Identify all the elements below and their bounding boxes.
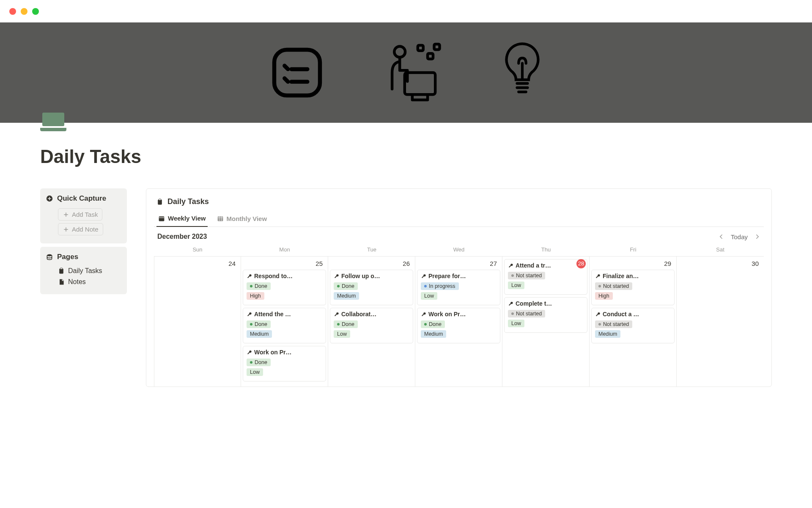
task-card[interactable]: Prepare for…In progressLow — [417, 270, 500, 305]
day-header: Fri — [590, 246, 677, 253]
wrench-icon — [595, 273, 601, 279]
add-note-label: Add Note — [72, 226, 99, 233]
status-badge: Not started — [508, 272, 545, 279]
checklist-icon — [269, 44, 326, 101]
priority-badge: Low — [421, 292, 437, 300]
calendar-cell[interactable]: 28Attend a tr…Not startedLowComplete t…N… — [502, 257, 590, 387]
day-header: Sun — [154, 246, 241, 253]
wrench-icon — [247, 273, 252, 279]
task-title: Finalize an… — [595, 273, 671, 279]
page-emoji-icon[interactable] — [40, 113, 66, 132]
status-badge: Done — [247, 320, 271, 328]
status-badge: Not started — [508, 310, 545, 318]
priority-badge: Medium — [421, 330, 446, 338]
pages-header: Pages — [46, 253, 121, 261]
status-badge: Done — [334, 320, 358, 328]
task-card[interactable]: Respond to…DoneHigh — [243, 270, 326, 305]
clipboard-icon — [156, 199, 163, 205]
calendar-cell[interactable]: 30 — [677, 257, 764, 387]
wrench-icon — [247, 312, 252, 317]
add-task-button[interactable]: Add Task — [58, 208, 102, 221]
calendar-day-headers: SunMonTueWedThuFriSat — [154, 245, 764, 256]
date-number: 26 — [330, 259, 413, 270]
svg-point-7 — [47, 254, 52, 257]
page-title[interactable]: Daily Tasks — [0, 123, 812, 167]
task-card[interactable]: Finalize an…Not startedHigh — [591, 270, 675, 305]
task-card[interactable]: Attend the …DoneMedium — [243, 308, 326, 343]
priority-badge: High — [247, 292, 264, 300]
status-badge: Done — [247, 359, 271, 366]
status-badge: Done — [247, 282, 271, 290]
calendar-cell[interactable]: 25Respond to…DoneHighAttend the …DoneMed… — [241, 257, 328, 387]
tab-weekly-view[interactable]: Weekly View — [156, 212, 208, 227]
add-note-button[interactable]: Add Note — [58, 223, 103, 235]
day-header: Sat — [677, 246, 764, 253]
sidebar: Quick Capture Add Task Add Note Pages Da… — [40, 188, 127, 387]
svg-rect-13 — [217, 216, 223, 221]
calendar-view: Daily Tasks Weekly View Monthly View Dec… — [146, 188, 772, 387]
task-card[interactable]: Collaborat…DoneLow — [330, 308, 413, 343]
page-link-label: Notes — [68, 278, 86, 286]
task-title: Attend a tr… — [508, 262, 576, 269]
wrench-icon — [508, 301, 513, 306]
status-badge: Not started — [595, 282, 632, 290]
plus-icon — [63, 226, 69, 233]
svg-rect-3 — [418, 45, 423, 51]
add-task-label: Add Task — [72, 211, 98, 218]
date-number: 29 — [591, 259, 675, 270]
task-card[interactable]: Follow up o…DoneMedium — [330, 270, 413, 305]
calendar-cell[interactable]: 29Finalize an…Not startedHighConduct a …… — [590, 257, 677, 387]
svg-rect-4 — [428, 53, 433, 59]
quick-capture-header: Quick Capture — [46, 194, 121, 203]
today-date-badge: 28 — [576, 259, 586, 268]
priority-badge: High — [595, 292, 613, 300]
plus-icon — [63, 211, 69, 218]
svg-rect-0 — [274, 50, 320, 96]
wrench-icon — [508, 263, 513, 268]
window-minimize-button[interactable] — [21, 8, 27, 15]
wrench-icon — [421, 273, 426, 279]
wrench-icon — [595, 312, 601, 317]
task-title: Follow up o… — [334, 273, 409, 279]
date-number: 30 — [678, 259, 762, 270]
task-card[interactable]: Work on Pr…DoneLow — [243, 346, 326, 381]
task-title: Conduct a … — [595, 311, 671, 318]
calendar-cell[interactable]: 24 — [154, 257, 241, 387]
task-card[interactable]: Attend a tr…Not startedLow — [504, 259, 587, 295]
prev-week-button[interactable] — [718, 233, 725, 240]
workstation-icon — [381, 40, 446, 105]
priority-badge: Medium — [247, 330, 272, 338]
task-card[interactable]: Work on Pr…DoneMedium — [417, 308, 500, 343]
month-label: December 2023 — [157, 233, 207, 240]
status-badge: Done — [421, 320, 445, 328]
wrench-icon — [334, 273, 339, 279]
date-number: 24 — [156, 259, 239, 270]
calendar-cell[interactable]: 26Follow up o…DoneMediumCollaborat…DoneL… — [328, 257, 415, 387]
window-close-button[interactable] — [9, 8, 16, 15]
sidebar-item-daily-tasks[interactable]: Daily Tasks — [46, 265, 121, 276]
task-card[interactable]: Complete t…Not startedLow — [504, 297, 587, 333]
svg-rect-11 — [159, 199, 161, 200]
task-card[interactable]: Conduct a …Not startedMedium — [591, 308, 675, 343]
page-cover — [0, 22, 812, 123]
svg-rect-2 — [405, 73, 435, 95]
priority-badge: Low — [247, 368, 263, 376]
calendar-cell[interactable]: 27Prepare for…In progressLowWork on Pr…D… — [415, 257, 502, 387]
svg-point-1 — [394, 47, 405, 58]
status-badge: Done — [334, 282, 358, 290]
today-button[interactable]: Today — [731, 233, 748, 240]
quick-capture-label: Quick Capture — [57, 194, 106, 203]
tab-monthly-view[interactable]: Monthly View — [215, 212, 269, 226]
page-link-label: Daily Tasks — [68, 267, 102, 275]
day-header: Thu — [502, 246, 590, 253]
note-icon — [58, 279, 65, 285]
day-header: Mon — [241, 246, 328, 253]
sidebar-item-notes[interactable]: Notes — [46, 276, 121, 287]
next-week-button[interactable] — [754, 233, 760, 240]
database-title[interactable]: Daily Tasks — [154, 197, 764, 206]
lightbulb-icon — [501, 41, 543, 105]
svg-rect-5 — [434, 44, 440, 50]
svg-rect-9 — [60, 268, 63, 269]
window-maximize-button[interactable] — [32, 8, 39, 15]
database-icon — [46, 254, 53, 260]
